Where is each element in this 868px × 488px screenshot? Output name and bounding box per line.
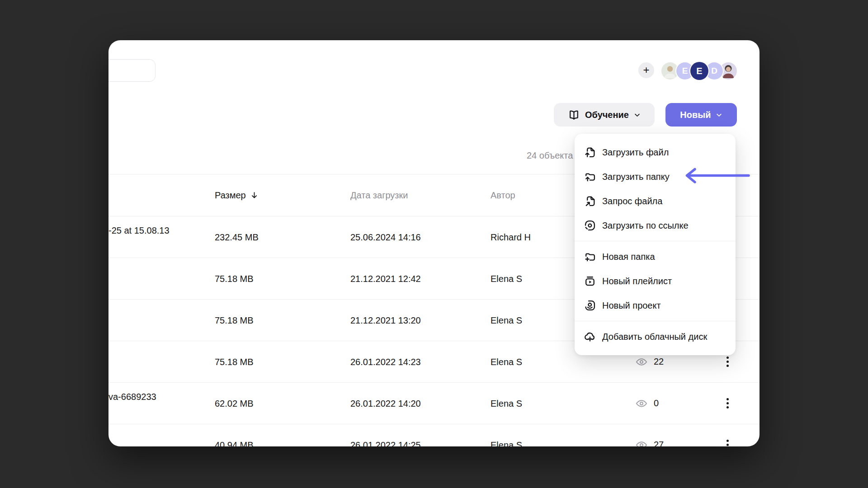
- upload-folder-icon: [584, 170, 596, 183]
- sort-desc-icon: [250, 191, 259, 200]
- column-header-size[interactable]: Размер: [215, 190, 259, 201]
- menu-item-label: Добавить облачный диск: [602, 332, 707, 342]
- column-header-date[interactable]: Дата загрузки: [350, 190, 408, 201]
- menu-item-label: Загрузить папку: [602, 172, 670, 182]
- author: Elena S: [491, 273, 522, 284]
- view-count: 22: [635, 356, 664, 368]
- column-header-size-label: Размер: [215, 190, 246, 201]
- eye-icon: [635, 439, 648, 447]
- chevron-down-icon: [634, 112, 641, 118]
- new-dropdown-menu: Загрузить файл Загрузить папку Запрос фа…: [575, 134, 736, 355]
- eye-icon: [635, 397, 648, 410]
- file-size: 62.02 MB: [215, 398, 254, 408]
- menu-item-upload-by-link[interactable]: Загрузить по ссылке: [575, 213, 736, 238]
- file-size: 75.18 MB: [215, 273, 254, 284]
- plus-icon: +: [643, 65, 649, 75]
- menu-item-new-folder[interactable]: Новая папка: [575, 244, 736, 269]
- view-count-value: 27: [654, 440, 664, 446]
- menu-divider: [575, 241, 736, 241]
- training-button[interactable]: Обучение: [554, 103, 655, 127]
- table-row[interactable]: 40.94 MB 26.01.2022 14:25 Elena S 27: [108, 424, 760, 446]
- upload-date: 26.01.2022 14:23: [350, 357, 421, 367]
- desktop-background: { "theme": { "background": "#2b2b2c", "a…: [0, 0, 868, 488]
- book-icon: [568, 109, 580, 121]
- author: Elena S: [491, 315, 522, 325]
- new-playlist-icon: [584, 275, 596, 287]
- menu-item-upload-file[interactable]: Загрузить файл: [575, 140, 736, 164]
- avatar[interactable]: E: [690, 62, 708, 80]
- avatar-initial: E: [696, 66, 702, 76]
- upload-date: 26.01.2022 14:25: [350, 440, 421, 446]
- chevron-down-icon: [716, 112, 722, 118]
- cloud-plus-icon: [584, 330, 596, 343]
- search-input[interactable]: [108, 59, 156, 82]
- upload-date: 21.12.2021 13:20: [350, 315, 421, 325]
- new-folder-icon: [584, 250, 596, 263]
- eye-icon: [635, 356, 648, 368]
- app-window: + E E D Обучение Новый 24: [108, 40, 760, 446]
- file-name: -25 at 15.08.13: [108, 225, 170, 235]
- training-button-label: Обучение: [585, 110, 629, 120]
- menu-item-add-cloud-drive[interactable]: Добавить облачный диск: [575, 324, 736, 349]
- new-project-icon: [584, 299, 596, 312]
- file-size: 75.18 MB: [215, 315, 254, 325]
- menu-item-upload-folder[interactable]: Загрузить папку: [575, 164, 736, 189]
- objects-count: 24 объекта: [527, 150, 573, 161]
- file-request-icon: [584, 195, 596, 207]
- author: Elena S: [491, 398, 522, 408]
- upload-date: 25.06.2024 14:16: [350, 232, 421, 242]
- menu-item-label: Новый плейлист: [602, 276, 672, 286]
- file-name: va-6689233: [108, 391, 156, 402]
- upload-link-icon: [584, 219, 596, 232]
- menu-item-new-project[interactable]: Новый проект: [575, 293, 736, 318]
- avatar-initial: D: [711, 66, 717, 76]
- menu-item-new-playlist[interactable]: Новый плейлист: [575, 269, 736, 293]
- view-count: 27: [635, 439, 664, 447]
- table-row[interactable]: va-6689233 62.02 MB 26.01.2022 14:20 Ele…: [108, 382, 760, 424]
- add-member-button[interactable]: +: [638, 62, 654, 78]
- avatar-initial: E: [682, 66, 688, 76]
- row-menu-button[interactable]: [722, 437, 733, 447]
- menu-item-label: Новая папка: [602, 252, 655, 262]
- new-button[interactable]: Новый: [665, 103, 737, 127]
- author: Elena S: [491, 357, 522, 367]
- view-count-value: 0: [654, 398, 659, 408]
- menu-divider: [575, 321, 736, 321]
- file-size: 40.94 MB: [215, 440, 254, 446]
- avatar-group: E E D: [661, 62, 739, 80]
- menu-item-file-request[interactable]: Запрос файла: [575, 189, 736, 213]
- view-count-value: 22: [654, 357, 664, 367]
- author: Richard H: [491, 232, 531, 242]
- menu-item-label: Загрузить файл: [602, 147, 669, 158]
- file-size: 75.18 MB: [215, 357, 254, 367]
- file-size: 232.45 MB: [215, 232, 259, 242]
- upload-date: 21.12.2021 12:42: [350, 273, 421, 284]
- menu-item-label: Запрос файла: [602, 196, 662, 206]
- menu-item-label: Новый проект: [602, 300, 661, 311]
- upload-file-icon: [584, 146, 596, 159]
- upload-date: 26.01.2022 14:20: [350, 398, 421, 408]
- author: Elena S: [491, 440, 522, 446]
- row-menu-button[interactable]: [722, 396, 733, 411]
- menu-item-label: Загрузить по ссылке: [602, 221, 689, 231]
- view-count: 0: [635, 397, 659, 410]
- row-menu-button[interactable]: [722, 354, 733, 370]
- column-header-author[interactable]: Автор: [491, 190, 515, 201]
- new-button-label: Новый: [680, 110, 711, 120]
